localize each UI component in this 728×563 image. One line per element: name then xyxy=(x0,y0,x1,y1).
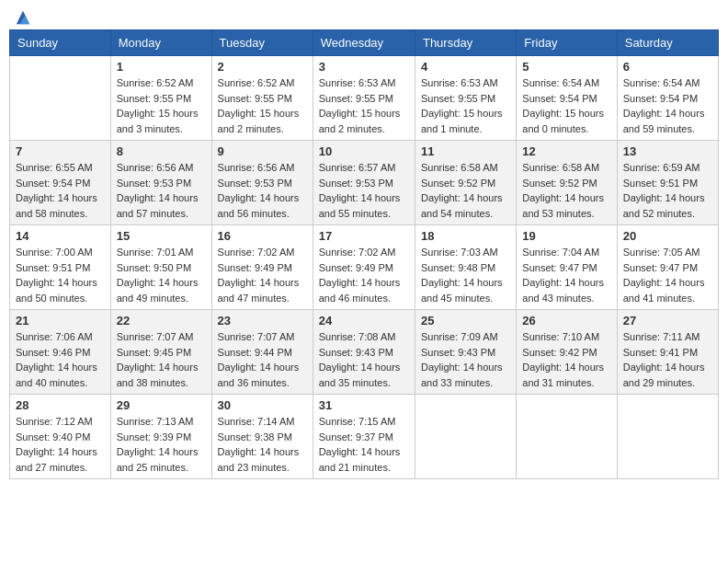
day-info: Daylight: 14 hours xyxy=(623,275,712,291)
day-info: Sunrise: 7:02 AM xyxy=(319,245,409,260)
calendar-cell: 1Sunrise: 6:52 AMSunset: 9:55 PMDaylight… xyxy=(110,56,211,141)
day-info: Sunset: 9:53 PM xyxy=(117,176,206,191)
day-info: Daylight: 14 hours xyxy=(117,190,206,206)
day-info: Sunrise: 7:00 AM xyxy=(16,245,105,260)
logo xyxy=(14,9,31,22)
day-info: and 41 minutes. xyxy=(623,291,712,306)
day-info: Sunset: 9:43 PM xyxy=(421,345,510,361)
calendar-cell: 26Sunrise: 7:10 AMSunset: 9:42 PMDayligh… xyxy=(517,310,617,395)
calendar-cell: 14Sunrise: 7:00 AMSunset: 9:51 PMDayligh… xyxy=(10,225,111,310)
day-info: Sunrise: 7:06 AM xyxy=(16,329,105,345)
day-info: Daylight: 15 hours xyxy=(218,106,307,121)
day-info: Sunrise: 6:58 AM xyxy=(522,160,610,176)
header-saturday: Saturday xyxy=(617,30,718,56)
day-info: and 21 minutes. xyxy=(319,460,409,476)
calendar-cell: 8Sunrise: 6:56 AMSunset: 9:53 PMDaylight… xyxy=(110,141,211,225)
day-info: Daylight: 14 hours xyxy=(623,190,712,206)
day-number: 9 xyxy=(218,144,307,158)
day-info: Daylight: 14 hours xyxy=(16,190,105,206)
calendar-week-4: 21Sunrise: 7:06 AMSunset: 9:46 PMDayligh… xyxy=(10,310,719,395)
day-number: 1 xyxy=(117,60,206,74)
day-info: Sunrise: 6:52 AM xyxy=(117,75,206,91)
day-info: Sunset: 9:47 PM xyxy=(522,260,610,276)
day-info: Daylight: 14 hours xyxy=(623,106,712,121)
day-info: Sunset: 9:54 PM xyxy=(16,176,105,191)
day-info: Daylight: 14 hours xyxy=(16,444,105,460)
day-info: Sunset: 9:50 PM xyxy=(117,260,206,276)
day-info: Daylight: 14 hours xyxy=(421,360,510,375)
calendar-cell: 30Sunrise: 7:14 AMSunset: 9:38 PMDayligh… xyxy=(211,395,313,479)
calendar-week-3: 14Sunrise: 7:00 AMSunset: 9:51 PMDayligh… xyxy=(10,225,719,310)
header-monday: Monday xyxy=(110,30,211,56)
day-number: 26 xyxy=(522,314,610,327)
calendar-cell: 7Sunrise: 6:55 AMSunset: 9:54 PMDaylight… xyxy=(10,141,111,225)
day-info: and 50 minutes. xyxy=(16,291,105,306)
calendar-cell: 10Sunrise: 6:57 AMSunset: 9:53 PMDayligh… xyxy=(313,141,415,225)
day-info: Daylight: 14 hours xyxy=(319,190,409,206)
day-info: and 1 minute. xyxy=(421,121,510,137)
day-info: Sunrise: 7:03 AM xyxy=(421,245,510,260)
day-info: and 46 minutes. xyxy=(319,291,409,306)
day-info: and 45 minutes. xyxy=(421,291,510,306)
day-info: Daylight: 14 hours xyxy=(218,360,307,375)
page-header xyxy=(9,9,719,22)
day-info: Daylight: 14 hours xyxy=(421,275,510,291)
day-info: and 55 minutes. xyxy=(319,206,409,222)
day-info: and 29 minutes. xyxy=(623,375,712,391)
day-number: 28 xyxy=(16,398,105,412)
calendar-week-1: 1Sunrise: 6:52 AMSunset: 9:55 PMDaylight… xyxy=(10,56,719,141)
day-number: 4 xyxy=(421,60,510,74)
day-info: Sunrise: 6:56 AM xyxy=(218,160,307,176)
calendar-cell: 24Sunrise: 7:08 AMSunset: 9:43 PMDayligh… xyxy=(313,310,415,395)
day-info: and 2 minutes. xyxy=(218,121,307,137)
day-info: and 23 minutes. xyxy=(218,460,307,476)
calendar-cell: 23Sunrise: 7:07 AMSunset: 9:44 PMDayligh… xyxy=(211,310,313,395)
calendar-cell: 20Sunrise: 7:05 AMSunset: 9:47 PMDayligh… xyxy=(617,225,718,310)
day-info: and 25 minutes. xyxy=(117,460,206,476)
day-number: 7 xyxy=(16,144,105,158)
day-info: Sunset: 9:40 PM xyxy=(16,430,105,445)
calendar-cell: 2Sunrise: 6:52 AMSunset: 9:55 PMDaylight… xyxy=(211,56,313,141)
day-info: Sunrise: 7:05 AM xyxy=(623,245,712,260)
day-info: Sunset: 9:52 PM xyxy=(421,176,510,191)
day-info: Sunrise: 7:13 AM xyxy=(117,414,206,430)
day-info: Sunrise: 6:53 AM xyxy=(319,75,409,91)
day-number: 17 xyxy=(319,229,409,243)
day-number: 29 xyxy=(117,398,206,412)
day-info: Sunrise: 6:52 AM xyxy=(218,75,307,91)
day-number: 19 xyxy=(522,229,610,243)
calendar-cell xyxy=(415,395,516,479)
calendar-cell: 18Sunrise: 7:03 AMSunset: 9:48 PMDayligh… xyxy=(415,225,516,310)
day-info: Sunset: 9:38 PM xyxy=(218,430,307,445)
calendar-cell: 9Sunrise: 6:56 AMSunset: 9:53 PMDaylight… xyxy=(211,141,313,225)
day-info: Sunrise: 6:58 AM xyxy=(421,160,510,176)
day-number: 31 xyxy=(319,398,409,412)
day-info: Sunrise: 6:57 AM xyxy=(319,160,409,176)
day-info: Sunrise: 7:12 AM xyxy=(16,414,105,430)
day-number: 18 xyxy=(421,229,510,243)
day-info: Daylight: 14 hours xyxy=(218,190,307,206)
day-info: Sunrise: 6:53 AM xyxy=(421,75,510,91)
day-info: Sunset: 9:49 PM xyxy=(319,260,409,276)
day-number: 6 xyxy=(623,60,712,74)
calendar-cell: 15Sunrise: 7:01 AMSunset: 9:50 PMDayligh… xyxy=(110,225,211,310)
day-info: and 58 minutes. xyxy=(16,206,105,222)
day-info: Sunrise: 6:56 AM xyxy=(117,160,206,176)
calendar-cell: 5Sunrise: 6:54 AMSunset: 9:54 PMDaylight… xyxy=(517,56,617,141)
day-number: 25 xyxy=(421,314,510,327)
day-number: 15 xyxy=(117,229,206,243)
day-number: 24 xyxy=(319,314,409,327)
day-info: and 43 minutes. xyxy=(522,291,610,306)
day-info: Sunrise: 7:01 AM xyxy=(117,245,206,260)
day-info: Sunrise: 7:08 AM xyxy=(319,329,409,345)
day-info: and 33 minutes. xyxy=(421,375,510,391)
day-info: Sunset: 9:41 PM xyxy=(623,345,712,361)
calendar-cell: 27Sunrise: 7:11 AMSunset: 9:41 PMDayligh… xyxy=(617,310,718,395)
day-info: and 0 minutes. xyxy=(522,121,610,137)
day-info: and 53 minutes. xyxy=(522,206,610,222)
day-number: 3 xyxy=(319,60,409,74)
day-number: 8 xyxy=(117,144,206,158)
day-info: Sunrise: 7:04 AM xyxy=(522,245,610,260)
day-number: 21 xyxy=(16,314,105,327)
day-info: Daylight: 14 hours xyxy=(319,444,409,460)
